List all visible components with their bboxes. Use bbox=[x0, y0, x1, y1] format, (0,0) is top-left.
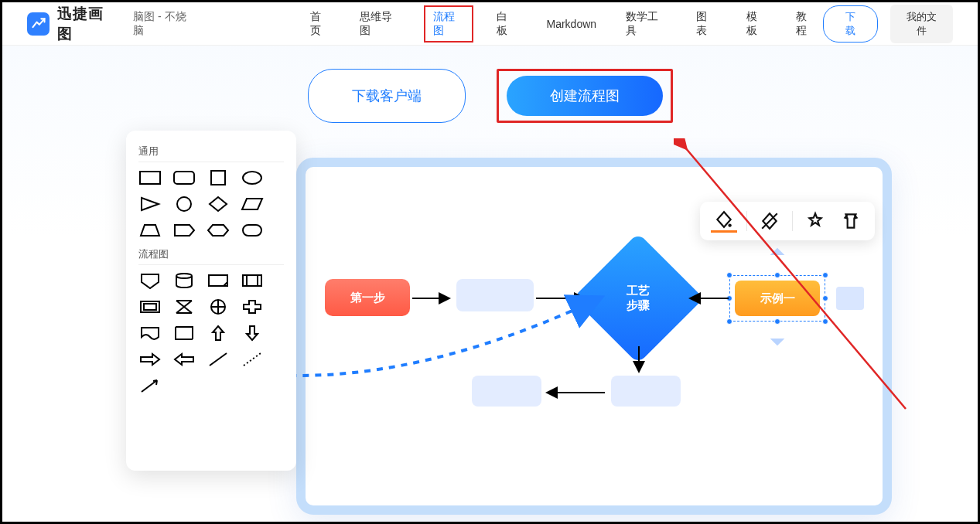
logo-icon bbox=[27, 12, 50, 36]
brand-name: 迅捷画图 bbox=[57, 4, 118, 44]
shape-triangle-icon[interactable] bbox=[138, 195, 162, 213]
shape-arrow-down-icon[interactable] bbox=[241, 324, 264, 342]
node-blank-3[interactable] bbox=[472, 376, 541, 407]
shape-square-icon[interactable] bbox=[207, 168, 230, 187]
nav-whiteboard[interactable]: 白板 bbox=[490, 5, 524, 43]
divider bbox=[138, 264, 284, 265]
selection-handle[interactable] bbox=[774, 272, 780, 278]
shape-line-arrow-icon[interactable] bbox=[138, 376, 162, 395]
header-right: 下载 我的文件 bbox=[823, 5, 953, 43]
shape-hourglass-icon[interactable] bbox=[172, 298, 196, 316]
shape-ellipse-icon[interactable] bbox=[241, 168, 264, 187]
selection-handle[interactable] bbox=[726, 318, 732, 325]
shape-rounded-rect-icon[interactable] bbox=[172, 168, 196, 187]
shape-stadium-icon[interactable] bbox=[241, 221, 264, 240]
node-blank-1[interactable] bbox=[456, 279, 534, 311]
my-files-button[interactable]: 我的文件 bbox=[890, 5, 953, 43]
eyedropper-button[interactable] bbox=[756, 209, 783, 233]
svg-line-22 bbox=[210, 353, 227, 366]
nav-tutorial[interactable]: 教程 bbox=[790, 5, 823, 43]
selection-handle[interactable] bbox=[726, 272, 732, 278]
selection-handle[interactable] bbox=[822, 295, 828, 301]
nav-math[interactable]: 数学工具 bbox=[620, 5, 673, 43]
effects-button[interactable] bbox=[802, 209, 828, 233]
tagline: 脑图 - 不烧脑 bbox=[133, 10, 195, 38]
arrow-icon bbox=[686, 291, 732, 306]
svg-rect-14 bbox=[243, 275, 261, 286]
shape-circle-icon[interactable] bbox=[172, 195, 196, 213]
shape-trapezoid-icon[interactable] bbox=[138, 221, 162, 240]
shape-cylinder-icon[interactable] bbox=[172, 271, 196, 290]
shape-diamond-icon[interactable] bbox=[207, 195, 230, 213]
shape-dotted-line-icon[interactable] bbox=[241, 350, 264, 369]
node-step1-label: 第一步 bbox=[350, 291, 385, 305]
svg-rect-18 bbox=[144, 304, 156, 310]
header: 迅捷画图 脑图 - 不烧脑 首页 思维导图 流程图 白板 Markdown 数学… bbox=[2, 2, 978, 46]
shape-offpage-icon[interactable] bbox=[138, 271, 162, 290]
svg-point-11 bbox=[177, 197, 191, 211]
annotation-highlight-box: 创建流程图 bbox=[497, 69, 673, 123]
download-client-button[interactable]: 下载客户端 bbox=[308, 69, 466, 123]
svg-point-10 bbox=[243, 172, 261, 184]
panel-section-general: 通用 bbox=[138, 145, 284, 158]
style-preset-button[interactable] bbox=[838, 209, 864, 233]
svg-rect-7 bbox=[140, 172, 160, 184]
divider bbox=[138, 162, 284, 162]
node-blank-2[interactable] bbox=[611, 376, 681, 407]
create-flowchart-button[interactable]: 创建流程图 bbox=[507, 76, 663, 116]
separator bbox=[746, 211, 747, 231]
shape-sum-icon[interactable] bbox=[207, 298, 230, 316]
shapes-general bbox=[138, 168, 284, 240]
shape-frame-icon[interactable] bbox=[138, 298, 162, 316]
shapes-flowchart bbox=[138, 271, 284, 395]
arrow-icon bbox=[631, 346, 647, 377]
nav-chart[interactable]: 图表 bbox=[690, 5, 723, 43]
svg-point-0 bbox=[728, 223, 731, 226]
selection-handle[interactable] bbox=[822, 318, 828, 325]
shape-parallelogram-icon[interactable] bbox=[241, 195, 264, 213]
nav-templates[interactable]: 模板 bbox=[740, 5, 773, 43]
svg-line-24 bbox=[142, 380, 157, 392]
selection-handle[interactable] bbox=[774, 318, 780, 325]
arrow-icon bbox=[412, 291, 455, 306]
nav-home[interactable]: 首页 bbox=[304, 5, 337, 43]
node-step1[interactable]: 第一步 bbox=[325, 279, 410, 316]
fill-color-button[interactable] bbox=[711, 209, 737, 233]
download-button[interactable]: 下载 bbox=[823, 5, 878, 43]
shape-predefined-icon[interactable] bbox=[241, 271, 264, 290]
shape-arrow-up-icon[interactable] bbox=[207, 324, 230, 342]
panel-section-flowchart: 流程图 bbox=[138, 247, 284, 261]
nav-mindmap[interactable]: 思维导图 bbox=[353, 5, 407, 43]
arrow-icon bbox=[536, 291, 590, 306]
shape-line-icon[interactable] bbox=[207, 350, 230, 369]
svg-rect-12 bbox=[243, 225, 261, 236]
shape-card-icon[interactable] bbox=[207, 271, 230, 290]
shape-tag-icon[interactable] bbox=[172, 221, 196, 240]
shapes-panel: 通用 流程图 bbox=[126, 131, 296, 471]
stage: 下载客户端 创建流程图 bbox=[2, 46, 978, 522]
shape-rect-icon[interactable] bbox=[138, 168, 162, 187]
extend-up-icon[interactable] bbox=[767, 244, 788, 266]
nav: 首页 思维导图 流程图 白板 Markdown 数学工具 图表 模板 教程 bbox=[304, 5, 823, 43]
shape-document-icon[interactable] bbox=[138, 324, 162, 342]
svg-rect-8 bbox=[174, 172, 194, 184]
nav-markdown[interactable]: Markdown bbox=[541, 13, 603, 35]
logo[interactable]: 迅捷画图 脑图 - 不烧脑 bbox=[27, 4, 196, 44]
selection-handle[interactable] bbox=[822, 272, 828, 278]
separator bbox=[792, 211, 793, 231]
node-decision-label: 工艺 步骤 bbox=[627, 284, 650, 313]
extend-down-icon[interactable] bbox=[767, 328, 788, 349]
node-decision[interactable]: 工艺 步骤 bbox=[592, 252, 685, 345]
shape-hexagon-icon[interactable] bbox=[207, 221, 230, 240]
editor-canvas[interactable]: 第一步 工艺 步骤 示例一 bbox=[306, 167, 883, 505]
shape-arrow-left-icon[interactable] bbox=[172, 350, 196, 369]
extend-right-ghost[interactable] bbox=[836, 287, 864, 310]
style-toolbar bbox=[700, 202, 875, 240]
shape-note-icon[interactable] bbox=[172, 324, 196, 342]
nav-flowchart[interactable]: 流程图 bbox=[424, 5, 473, 43]
arrow-icon bbox=[543, 385, 609, 400]
editor-canvas-frame: 第一步 工艺 步骤 示例一 bbox=[296, 158, 892, 515]
shape-arrow-right-icon[interactable] bbox=[138, 350, 162, 369]
shape-plus-icon[interactable] bbox=[241, 298, 264, 316]
svg-point-13 bbox=[176, 274, 192, 278]
